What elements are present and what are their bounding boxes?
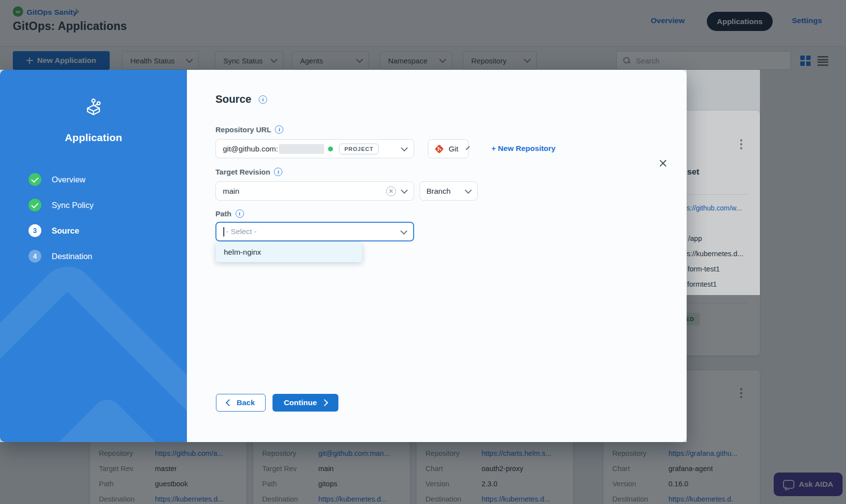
continue-button[interactable]: Continue xyxy=(272,394,338,412)
text-cursor xyxy=(223,227,224,237)
path-label: Path xyxy=(215,209,244,218)
check-icon xyxy=(31,201,38,208)
step-done-icon xyxy=(29,199,41,211)
step-label: Source xyxy=(52,226,79,236)
path-option[interactable]: helm-nginx xyxy=(216,242,362,262)
chevron-down-icon xyxy=(401,187,408,194)
step-label: Destination xyxy=(52,252,92,261)
modal-title-text: Source xyxy=(215,93,251,105)
screen: GitOps Sanity GitOps: Applications Overv… xyxy=(0,0,846,504)
revision-type-select[interactable]: Branch xyxy=(420,181,478,201)
target-revision-label: Target Revision xyxy=(215,168,282,176)
step-number-badge: 3 xyxy=(29,224,41,237)
chevron-right-icon xyxy=(321,399,328,406)
field-label-text: Path xyxy=(215,209,232,218)
back-button[interactable]: Back xyxy=(216,394,266,412)
path-options-dropdown: helm-nginx xyxy=(216,242,362,262)
modal-title: Source xyxy=(215,93,267,106)
step-label: Overview xyxy=(52,175,86,184)
git-icon xyxy=(434,144,444,154)
back-label: Back xyxy=(237,398,255,407)
info-icon[interactable] xyxy=(236,209,244,218)
field-label-text: Target Revision xyxy=(215,168,270,176)
overlay-backdrop xyxy=(0,0,846,70)
new-application-wizard-modal: Application Overview Sync Policy 3 Sourc… xyxy=(0,70,687,442)
wizard-steps: Overview Sync Policy 3 Source 4 Destinat… xyxy=(29,173,93,275)
wizard-title: Application xyxy=(0,132,187,144)
step-destination[interactable]: 4 Destination xyxy=(29,250,93,263)
step-label: Sync Policy xyxy=(52,201,93,210)
chevron-down-icon xyxy=(401,145,408,151)
connection-status-dot xyxy=(328,147,333,151)
project-tag: PROJECT xyxy=(339,144,379,154)
field-label-text: Repository URL xyxy=(215,125,271,134)
chevron-left-icon xyxy=(226,399,233,406)
overlay-backdrop xyxy=(0,442,846,504)
new-repository-link[interactable]: + New Repository xyxy=(491,144,556,153)
path-select-input[interactable]: - Select - xyxy=(215,222,414,241)
info-icon[interactable] xyxy=(274,168,282,176)
repository-url-select[interactable]: git@github.com: PROJECT xyxy=(215,139,414,158)
continue-label: Continue xyxy=(284,398,317,407)
clear-icon[interactable] xyxy=(386,186,396,196)
repo-type-value: Git xyxy=(449,145,458,153)
repository-url-value: git@github.com: xyxy=(223,145,278,153)
step-sync-policy[interactable]: Sync Policy xyxy=(29,199,93,211)
target-revision-value: main xyxy=(223,187,240,196)
application-icon xyxy=(82,97,105,121)
step-done-icon xyxy=(29,173,41,186)
step-source[interactable]: 3 Source xyxy=(29,224,93,237)
overlay-backdrop xyxy=(687,295,846,442)
close-icon[interactable] xyxy=(658,158,668,168)
chevron-down-icon xyxy=(465,187,472,194)
redacted-text-block xyxy=(279,144,324,154)
info-icon[interactable] xyxy=(259,95,267,104)
step-overview[interactable]: Overview xyxy=(29,173,93,186)
repository-url-label: Repository URL xyxy=(215,125,283,134)
repo-type-select[interactable]: Git xyxy=(428,139,469,158)
overlay-backdrop-light xyxy=(687,70,760,295)
chevron-down-icon xyxy=(400,227,407,234)
wizard-sidebar: Application Overview Sync Policy 3 Sourc… xyxy=(0,70,187,442)
revision-type-value: Branch xyxy=(426,187,451,196)
target-revision-input[interactable]: main xyxy=(215,181,414,201)
chevron-down-icon xyxy=(466,146,470,150)
overlay-backdrop xyxy=(760,70,846,295)
info-icon[interactable] xyxy=(275,125,283,134)
path-placeholder: - Select - xyxy=(226,227,257,236)
step-number-badge: 4 xyxy=(29,250,41,263)
check-icon xyxy=(31,176,38,183)
